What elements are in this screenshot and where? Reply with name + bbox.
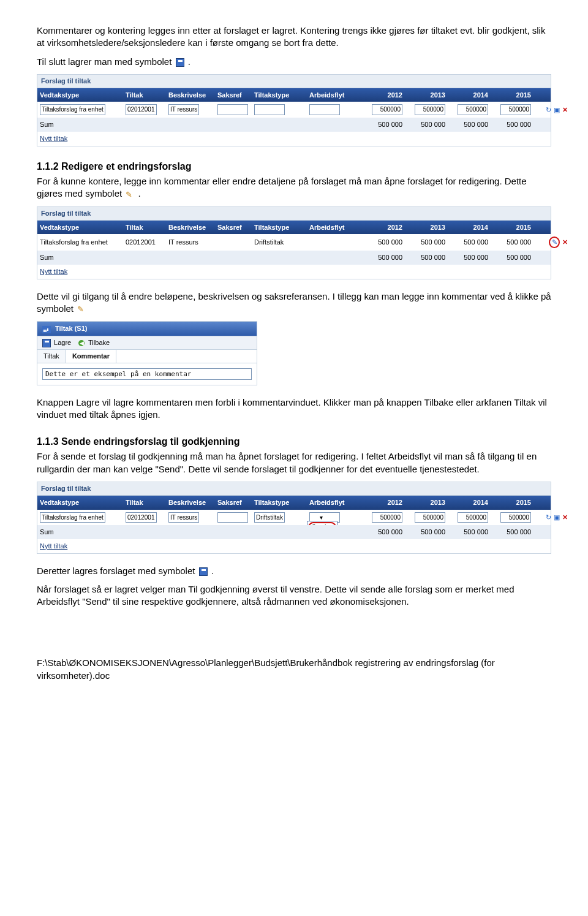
comment-toolbar: Lagre ◀ Tilbake bbox=[37, 336, 257, 350]
sum-2013: 500 000 bbox=[405, 118, 448, 132]
body-112-text: For å kunne kontere, legge inn kommentar… bbox=[37, 176, 527, 199]
col-2015: 2015 bbox=[491, 496, 533, 510]
val-2013[interactable]: 500000 bbox=[405, 510, 448, 526]
beskr-input[interactable]: IT ressurs bbox=[166, 102, 215, 118]
intro-p2-text: Til slutt lagrer man med symbolet bbox=[37, 56, 175, 67]
footer-path: F:\Stab\ØKONOMISEKSJONEN\Agresso\Planleg… bbox=[37, 657, 551, 682]
table-head-row: Vedtakstype Tiltak Beskrivelse Saksref T… bbox=[37, 88, 551, 102]
delete-icon[interactable]: ✕ bbox=[562, 106, 568, 113]
val-2014[interactable]: 500000 bbox=[448, 510, 491, 526]
refresh-icon[interactable]: ↻ bbox=[546, 513, 551, 521]
final-paragraph: Når forslaget så er lagret velger man Ti… bbox=[37, 583, 551, 608]
mid-text: Dette vil gi tilgang til å endre beløpen… bbox=[37, 291, 551, 314]
edit-icon bbox=[126, 191, 134, 199]
comment-tabs: Tiltak Kommentar bbox=[37, 350, 257, 363]
intro-p2-text-after: . bbox=[188, 56, 190, 67]
sum-2013: 500 000 bbox=[405, 525, 448, 539]
tiltak-cell: 02012001 bbox=[123, 235, 166, 249]
col-saksref: Saksref bbox=[215, 496, 252, 510]
val-2015[interactable]: 500000 bbox=[491, 102, 533, 118]
valg-cell: ✎ ✕ bbox=[533, 234, 570, 251]
after-table3-paragraph: Deretter lagres forslaget med symbolet . bbox=[37, 565, 551, 577]
saksref-input[interactable] bbox=[215, 510, 252, 526]
col-vedtakstype: Vedtakstype bbox=[37, 221, 123, 235]
val-2013[interactable]: 500000 bbox=[405, 102, 448, 118]
col-arbeidsflyt: Arbeidsflyt bbox=[307, 88, 362, 102]
body-112: For å kunne kontere, legge inn kommentar… bbox=[37, 175, 551, 200]
table-section-label: Forslag til tiltak bbox=[37, 207, 551, 221]
val-2015[interactable]: 500000 bbox=[491, 510, 533, 526]
intro-paragraph-2: Til slutt lagrer man med symbolet . bbox=[37, 56, 551, 68]
col-tiltak: Tiltak bbox=[123, 88, 166, 102]
edit-highlight: ✎ bbox=[549, 237, 560, 248]
col-2012: 2012 bbox=[362, 88, 405, 102]
comment-body bbox=[37, 363, 257, 385]
arbeidsflyt-select[interactable]: ▾ Send bbox=[307, 510, 362, 526]
arbeidsflyt-select[interactable] bbox=[307, 102, 362, 118]
chart-icon bbox=[42, 326, 51, 333]
back-icon: ◀ bbox=[78, 340, 85, 346]
col-vedtakstype: Vedtakstype bbox=[37, 496, 123, 510]
valg-cell: ↻ ▣ ✕ bbox=[533, 510, 570, 524]
col-tiltakstype: Tiltakstype bbox=[252, 496, 307, 510]
row-save-icon[interactable]: ▣ bbox=[554, 513, 560, 521]
back-button[interactable]: ◀ Tilbake bbox=[78, 338, 110, 347]
sum-label: Sum bbox=[37, 118, 123, 132]
sum-label: Sum bbox=[37, 525, 123, 539]
new-tiltak-link[interactable]: Nytt tiltak bbox=[37, 539, 123, 553]
comment-window: Tiltak (S1) Lagre ◀ Tilbake Tiltak Komme… bbox=[37, 321, 257, 385]
table-row-new[interactable]: Nytt tiltak bbox=[37, 265, 551, 279]
val-2013: 500 000 bbox=[405, 235, 448, 249]
col-arbeidsflyt: Arbeidsflyt bbox=[307, 496, 362, 510]
delete-icon[interactable]: ✕ bbox=[562, 238, 568, 246]
table-section-label: Forslag til tiltak bbox=[37, 482, 551, 496]
tab-kommentar[interactable]: Kommentar bbox=[66, 350, 116, 363]
save-icon bbox=[199, 567, 208, 576]
delete-icon[interactable]: ✕ bbox=[562, 513, 568, 521]
sum-2014: 500 000 bbox=[448, 251, 491, 265]
row-save-icon[interactable]: ▣ bbox=[554, 106, 560, 113]
col-tiltakstype: Tiltakstype bbox=[252, 221, 307, 235]
table-section-label: Forslag til tiltak bbox=[37, 75, 551, 88]
val-2014: 500 000 bbox=[448, 235, 491, 249]
after-t3-text: Deretter lagres forslaget med symbolet bbox=[37, 566, 198, 576]
comment-window-title-text: Tiltak (S1) bbox=[55, 325, 87, 332]
col-arbeidsflyt: Arbeidsflyt bbox=[307, 221, 362, 235]
edit-row-icon[interactable]: ✎ bbox=[552, 238, 557, 246]
val-2012[interactable]: 500000 bbox=[362, 102, 405, 118]
vedtak-select[interactable]: Tiltaksforslag fra enhet bbox=[37, 510, 123, 526]
col-2013: 2013 bbox=[405, 496, 448, 510]
comment-icon bbox=[77, 305, 86, 314]
col-vedtakstype: Vedtakstype bbox=[37, 88, 123, 102]
tiltakstype-select[interactable] bbox=[252, 102, 307, 118]
sum-2013: 500 000 bbox=[405, 251, 448, 265]
after-t3-text-after: . bbox=[211, 566, 214, 576]
col-valg: Valg bbox=[533, 221, 570, 235]
saksref-input[interactable] bbox=[215, 102, 252, 118]
send-option[interactable]: Send bbox=[308, 522, 336, 526]
table-row-new[interactable]: Nytt tiltak bbox=[37, 539, 551, 553]
beskr-input[interactable]: IT ressurs bbox=[166, 510, 215, 526]
comment-window-title: Tiltak (S1) bbox=[37, 322, 257, 336]
new-tiltak-link[interactable]: Nytt tiltak bbox=[37, 132, 123, 146]
refresh-icon[interactable]: ↻ bbox=[546, 106, 551, 113]
val-2012[interactable]: 500000 bbox=[362, 510, 405, 526]
vedtak-select[interactable]: Tiltaksforslag fra enhet bbox=[37, 102, 123, 118]
sum-2012: 500 000 bbox=[362, 118, 405, 132]
sum-2015: 500 000 bbox=[491, 118, 533, 132]
tab-tiltak[interactable]: Tiltak bbox=[37, 350, 66, 363]
save-button[interactable]: Lagre bbox=[41, 338, 71, 347]
sum-2015: 500 000 bbox=[491, 251, 533, 265]
comment-input[interactable] bbox=[42, 368, 252, 380]
sum-2015: 500 000 bbox=[491, 525, 533, 539]
tiltakstype-select[interactable]: Driftstiltak bbox=[252, 510, 307, 526]
val-2014[interactable]: 500000 bbox=[448, 102, 491, 118]
tiltak-input[interactable]: 02012001 bbox=[123, 102, 166, 118]
new-tiltak-link[interactable]: Nytt tiltak bbox=[37, 265, 123, 279]
tiltak-input[interactable]: 02012001 bbox=[123, 510, 166, 526]
col-saksref: Saksref bbox=[215, 221, 252, 235]
table-row-new[interactable]: Nytt tiltak bbox=[37, 132, 551, 146]
col-tiltak: Tiltak bbox=[123, 221, 166, 235]
body-112-text-after: . bbox=[138, 188, 141, 199]
heading-112: 1.1.2 Redigere et endringsforslag bbox=[37, 160, 551, 173]
